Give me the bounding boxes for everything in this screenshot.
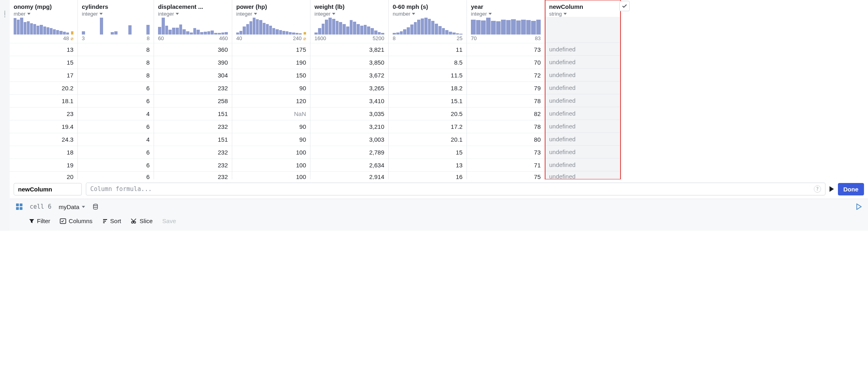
new-column-name-input[interactable]: [14, 183, 82, 195]
table-cell[interactable]: 151: [154, 107, 232, 120]
table-cell[interactable]: undefined: [545, 132, 620, 145]
columns-button[interactable]: Columns: [60, 218, 92, 224]
run-cell-icon[interactable]: [856, 203, 862, 210]
table-cell[interactable]: 6: [78, 81, 154, 94]
table-cell[interactable]: 18: [10, 146, 77, 159]
column-header[interactable]: displacement ...integer: [154, 0, 232, 17]
column-header[interactable]: 0-60 mph (s)number: [389, 0, 466, 17]
column-header[interactable]: yearinteger: [467, 0, 545, 17]
table-cell[interactable]: undefined: [545, 171, 620, 179]
done-button[interactable]: Done: [838, 183, 864, 195]
column-type-selector[interactable]: integer: [158, 11, 228, 17]
table-cell[interactable]: 232: [154, 171, 232, 179]
table-cell[interactable]: 4: [78, 133, 154, 146]
table-cell[interactable]: 3,210: [310, 120, 388, 133]
table-cell[interactable]: 90: [232, 81, 310, 94]
table-cell[interactable]: 2,914: [310, 171, 388, 179]
accept-column-button[interactable]: [619, 1, 630, 11]
table-cell[interactable]: 19.4: [10, 120, 77, 133]
table-cell[interactable]: 2,789: [310, 146, 388, 159]
table-cell[interactable]: 13: [10, 43, 77, 56]
table-cell[interactable]: 73: [467, 43, 545, 56]
column-histogram[interactable]: 16005200: [310, 17, 388, 43]
table-cell[interactable]: undefined: [545, 68, 620, 81]
table-cell[interactable]: 75: [467, 171, 545, 179]
table-cell[interactable]: 72: [467, 69, 545, 81]
table-cell[interactable]: 82: [467, 107, 545, 120]
table-cell[interactable]: undefined: [545, 94, 620, 107]
run-icon[interactable]: [829, 186, 834, 192]
table-cell[interactable]: 11: [389, 43, 466, 56]
table-cell[interactable]: 18.1: [10, 94, 77, 107]
column-header[interactable]: newColumnstring: [545, 0, 620, 17]
table-cell[interactable]: 6: [78, 94, 154, 107]
table-cell[interactable]: 258: [154, 94, 232, 107]
column-type-selector[interactable]: mber: [14, 11, 73, 17]
table-cell[interactable]: 8: [78, 43, 154, 56]
table-cell[interactable]: 13: [389, 159, 466, 171]
drag-handle-icon[interactable]: ⋮⋮: [2, 12, 8, 16]
column-type-selector[interactable]: integer: [236, 11, 306, 17]
table-cell[interactable]: undefined: [545, 81, 620, 94]
table-cell[interactable]: 80: [467, 133, 545, 146]
table-cell[interactable]: 232: [154, 120, 232, 133]
table-cell[interactable]: 6: [78, 146, 154, 159]
table-cell[interactable]: 11.5: [389, 69, 466, 81]
table-cell[interactable]: 232: [154, 146, 232, 159]
table-cell[interactable]: 3,035: [310, 107, 388, 120]
table-cell[interactable]: 3,672: [310, 69, 388, 81]
table-cell[interactable]: 71: [467, 159, 545, 171]
column-histogram[interactable]: 825: [389, 17, 466, 43]
table-cell[interactable]: 8.5: [389, 56, 466, 69]
table-cell[interactable]: 78: [467, 120, 545, 133]
table-cell[interactable]: 100: [232, 171, 310, 179]
table-cell[interactable]: 24.3: [10, 133, 77, 146]
table-cell[interactable]: 6: [78, 171, 154, 179]
sort-button[interactable]: Sort: [102, 218, 122, 224]
column-histogram[interactable]: 48⌀: [10, 17, 77, 43]
column-header[interactable]: cylindersinteger: [78, 0, 154, 17]
table-cell[interactable]: undefined: [545, 120, 620, 132]
table-cell[interactable]: 190: [232, 56, 310, 69]
table-cell[interactable]: 3,850: [310, 56, 388, 69]
table-cell[interactable]: 175: [232, 43, 310, 56]
table-cell[interactable]: 73: [467, 146, 545, 159]
column-type-selector[interactable]: string: [549, 11, 616, 17]
table-cell[interactable]: 90: [232, 133, 310, 146]
table-cell[interactable]: 90: [232, 120, 310, 133]
table-cell[interactable]: 15: [10, 56, 77, 69]
table-cell[interactable]: 8: [78, 69, 154, 81]
table-cell[interactable]: undefined: [545, 145, 620, 158]
table-cell[interactable]: undefined: [545, 55, 620, 68]
table-cell[interactable]: 3,821: [310, 43, 388, 56]
table-cell[interactable]: 100: [232, 159, 310, 171]
table-cell[interactable]: 20.5: [389, 107, 466, 120]
table-cell[interactable]: 15: [389, 146, 466, 159]
table-cell[interactable]: 232: [154, 81, 232, 94]
table-cell[interactable]: 150: [232, 69, 310, 81]
column-header[interactable]: onomy (mpg)mber: [10, 0, 77, 17]
column-type-selector[interactable]: integer: [471, 11, 541, 17]
table-cell[interactable]: 6: [78, 120, 154, 133]
help-icon[interactable]: ?: [814, 185, 821, 193]
table-cell[interactable]: undefined: [545, 158, 620, 171]
table-cell[interactable]: 3,003: [310, 133, 388, 146]
column-type-selector[interactable]: integer: [82, 11, 150, 17]
table-cell[interactable]: 19: [10, 159, 77, 171]
column-header[interactable]: power (hp)integer: [232, 0, 310, 17]
column-formula-input[interactable]: Column formula... ?: [86, 183, 825, 195]
table-cell[interactable]: 390: [154, 56, 232, 69]
table-cell[interactable]: 232: [154, 159, 232, 171]
table-cell[interactable]: undefined: [545, 43, 620, 55]
table-cell[interactable]: 304: [154, 69, 232, 81]
table-cell[interactable]: 151: [154, 133, 232, 146]
table-cell[interactable]: 78: [467, 94, 545, 107]
table-cell[interactable]: 20: [10, 171, 77, 179]
column-histogram[interactable]: 40240⌀: [232, 17, 310, 43]
table-cell[interactable]: 3,265: [310, 81, 388, 94]
dataset-selector[interactable]: myData: [59, 203, 85, 210]
table-cell[interactable]: undefined: [545, 107, 620, 120]
table-cell[interactable]: 100: [232, 146, 310, 159]
table-cell[interactable]: 20.2: [10, 81, 77, 94]
column-histogram[interactable]: 60460: [154, 17, 232, 43]
